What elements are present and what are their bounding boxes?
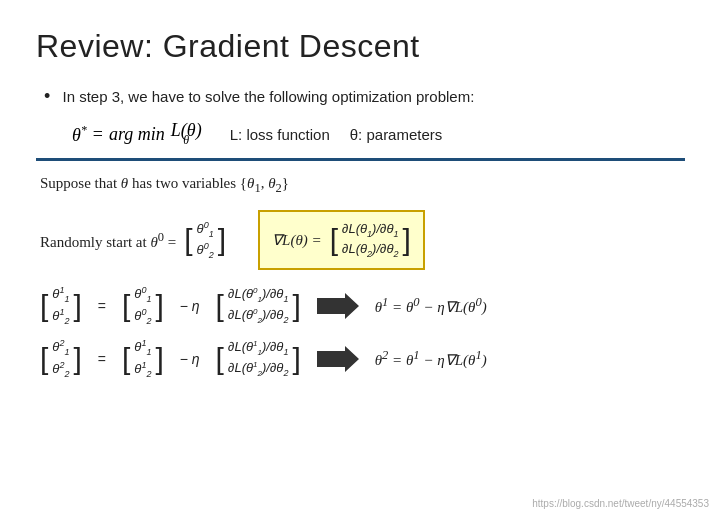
formula-notes: L: loss function θ: parameters bbox=[230, 126, 443, 143]
random-start-row: Randomly start at θ0 = [ θ01 θ02 ] ∇L(θ)… bbox=[40, 210, 681, 270]
random-start-left: Randomly start at θ0 = [ θ01 θ02 ] bbox=[40, 219, 226, 262]
slide-title: Review: Gradient Descent bbox=[36, 28, 685, 65]
update-row-1: [ θ11 θ12 ] = [ θ01 θ02 ] − η [ ∂ bbox=[40, 284, 681, 327]
svg-marker-0 bbox=[317, 293, 359, 319]
loss-function-note: L: loss function bbox=[230, 126, 330, 143]
theta-note: θ: parameters bbox=[350, 126, 443, 143]
update-row-2: [ θ21 θ22 ] = [ θ11 θ12 ] − η [ ∂ bbox=[40, 337, 681, 380]
update1-result: θ1 = θ0 − η∇L(θ0) bbox=[375, 295, 487, 316]
theta0-matrix: [ θ01 θ02 ] bbox=[184, 219, 226, 262]
update2-result: θ2 = θ1 − η∇L(θ1) bbox=[375, 348, 487, 369]
gradient-box: ∇L(θ) = [ ∂L(θ1)/∂θ1 ∂L(θ2)/∂θ2 ] bbox=[258, 210, 425, 270]
arrow-right-2 bbox=[317, 345, 359, 373]
watermark: https://blog.csdn.net/tweet/ny/44554353 bbox=[532, 498, 709, 509]
svg-marker-1 bbox=[317, 346, 359, 372]
top-section: In step 3, we have to solve the followin… bbox=[36, 83, 685, 148]
main-formula-line: θ* = arg min L(θ) θ L: loss function θ: … bbox=[72, 120, 685, 148]
suppose-line: Suppose that θ has two variables {θ1, θ2… bbox=[40, 175, 681, 196]
slide-container: Review: Gradient Descent In step 3, we h… bbox=[0, 0, 721, 517]
gradient-matrix: [ ∂L(θ1)/∂θ1 ∂L(θ2)/∂θ2 ] bbox=[330, 220, 411, 260]
arrow-right-1 bbox=[317, 292, 359, 320]
section-divider bbox=[36, 158, 685, 161]
bottom-section: Suppose that θ has two variables {θ1, θ2… bbox=[36, 175, 685, 380]
argmin-formula: θ* = arg min L(θ) θ bbox=[72, 120, 202, 148]
bullet-text: In step 3, we have to solve the followin… bbox=[44, 83, 685, 110]
